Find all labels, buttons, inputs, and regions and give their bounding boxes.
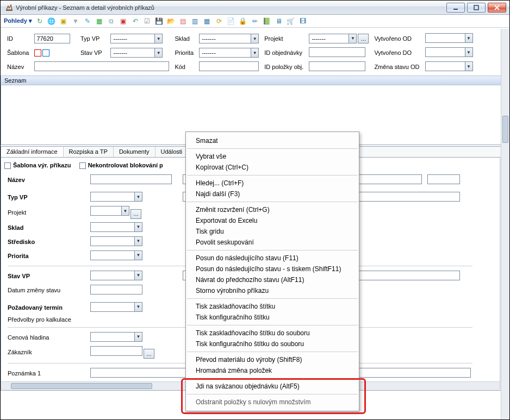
filter-panel: ID 77620 Typ VP -------▼ Sklad -------▼ … — [1, 28, 509, 74]
refresh-icon[interactable]: ↻ — [35, 17, 44, 26]
context-menu-item[interactable]: Povolit seskupování — [186, 237, 359, 248]
stavvp-combo[interactable]: -------▼ — [110, 48, 163, 58]
reload-icon[interactable]: ⟳ — [215, 17, 223, 26]
context-menu-separator — [187, 378, 358, 379]
sablona-red-box[interactable] — [34, 49, 41, 57]
nazev-field[interactable] — [90, 174, 172, 184]
grid2-icon[interactable]: ▥ — [191, 17, 200, 26]
context-menu-item[interactable]: Tisk zaskladňovacího štítku — [186, 301, 359, 312]
note-icon[interactable]: 📄 — [227, 17, 235, 26]
grid1-icon[interactable]: ▤ — [179, 17, 188, 26]
context-menu-item[interactable]: Posun do následujícího stavu - s tiskem … — [186, 264, 359, 274]
vytvoreno-do-combo[interactable]: ▼ — [425, 47, 473, 57]
context-menu-separator — [187, 352, 358, 352]
tab-dokumenty[interactable]: Dokumenty — [114, 147, 156, 157]
priorita-detail-combo[interactable]: ▼ — [90, 250, 142, 260]
copy-icon[interactable]: ⧉ — [107, 17, 116, 26]
context-menu-item[interactable]: Exportovat do Excelu — [186, 215, 359, 226]
idobj-field[interactable] — [309, 47, 365, 57]
context-menu-item[interactable]: Storno výrobního příkazu — [186, 285, 359, 296]
context-menu-separator — [187, 175, 358, 175]
pozadovany-termin-combo[interactable]: ▼ — [90, 302, 142, 312]
sklad-detail-combo[interactable]: ▼ — [90, 222, 142, 232]
typvp-detail-combo[interactable]: ▼ — [90, 192, 142, 202]
kod-field[interactable] — [199, 61, 259, 71]
context-menu-item[interactable]: Posun do následujícího stavu (F11) — [186, 253, 359, 264]
funnel-yellow-icon[interactable]: ▣ — [59, 17, 68, 26]
lock-icon[interactable]: 🔒 — [239, 17, 247, 26]
chk-sablona[interactable] — [4, 162, 11, 169]
chk-nekontrolovat[interactable] — [79, 162, 86, 169]
minimize-button[interactable] — [446, 3, 465, 12]
edit-icon[interactable]: ✎ — [83, 17, 92, 26]
context-menu-item[interactable]: Tisk gridu — [186, 226, 359, 237]
idpolobj-label: ID položky obj. — [262, 60, 306, 73]
cenova-hladina-combo[interactable]: ▼ — [90, 332, 142, 342]
datum-zmeny-field[interactable] — [90, 285, 142, 294]
zmena-stavu-od-combo[interactable]: ▼ — [425, 61, 473, 71]
grid3-icon[interactable]: ▦ — [203, 17, 212, 26]
typvp-combo[interactable]: -------▼ — [110, 34, 163, 43]
projekt-detail-browse[interactable]: … — [130, 209, 141, 219]
context-menu-item[interactable]: Smazat — [186, 135, 359, 146]
right-small-1[interactable] — [427, 174, 460, 184]
priorita-combo[interactable]: -------▼ — [199, 48, 259, 58]
cart-icon[interactable]: 🛒 — [287, 17, 295, 26]
context-menu-separator — [187, 394, 358, 394]
projekt-detail-combo[interactable]: ▼ — [90, 206, 129, 216]
book-icon[interactable]: 📗 — [263, 17, 271, 26]
globe-icon[interactable]: 🌐 — [47, 17, 56, 26]
pozadovany-termin-label: Požadovaný termín — [5, 301, 87, 314]
views-menu[interactable]: Pohledy ▾ — [4, 17, 32, 24]
tab-zakladni-informace[interactable]: Základní informace — [1, 147, 64, 157]
pencil2-icon[interactable]: ✏ — [251, 17, 259, 26]
context-menu-item[interactable]: Najdi další (F3) — [186, 189, 359, 199]
context-menu-item[interactable]: Převod materiálu do výroby (ShiftF8) — [186, 354, 359, 365]
context-menu-item[interactable]: Změnit rozvržení (Ctrl+G) — [186, 204, 359, 215]
nazev-filter-field[interactable] — [34, 61, 169, 71]
funnel-grey-icon[interactable]: ▼ — [71, 17, 80, 26]
monitor-icon[interactable]: 🖥 — [275, 17, 283, 26]
projekt-label: Projekt — [262, 32, 306, 45]
close-button[interactable] — [488, 3, 506, 12]
context-menu-item[interactable]: Tisk zaskladňovacího štítku do souboru — [186, 328, 359, 338]
context-menu-item[interactable]: Tisk konfiguračního štítku do souboru — [186, 338, 359, 349]
context-menu-item[interactable]: Kopírovat (Ctrl+C) — [186, 162, 359, 173]
context-menu-separator — [187, 298, 358, 299]
chk-nekontrolovat-label: Nekontrolovat blokování p — [88, 162, 163, 168]
context-menu-item[interactable]: Hledej... (Ctrl+F) — [186, 178, 359, 189]
check-icon[interactable]: ☑ — [143, 17, 152, 26]
context-menu-item[interactable]: Jdi na svázanou objednávku (AltF5) — [186, 381, 359, 392]
idpolobj-field[interactable] — [309, 61, 365, 71]
context-menu-item[interactable]: Návrat do předchozího stavu (AltF11) — [186, 274, 359, 285]
projekt-browse-button[interactable]: … — [358, 34, 369, 43]
projekt-detail-label: Projekt — [5, 205, 87, 220]
open-icon[interactable]: 📂 — [167, 17, 176, 26]
film-icon[interactable]: 🎞 — [298, 17, 307, 26]
maximize-button[interactable] — [467, 3, 486, 12]
context-menu-separator — [187, 325, 358, 325]
zakaznik-field[interactable] — [90, 346, 142, 356]
tab-rozpiska[interactable]: Rozpiska a TP — [64, 147, 114, 157]
vytvoreno-od-label: Vytvořeno OD — [372, 32, 421, 45]
undo-icon[interactable]: ↶ — [131, 17, 140, 26]
delete-icon[interactable]: ▣ — [119, 17, 128, 26]
stredisko-combo[interactable]: ▼ — [90, 236, 142, 246]
zakaznik-browse[interactable]: … — [144, 349, 154, 359]
id-field[interactable]: 77620 — [34, 34, 70, 43]
context-menu-item[interactable]: Vybrat vše — [186, 151, 359, 162]
context-menu-item[interactable]: Tisk konfiguračního štítku — [186, 312, 359, 323]
projekt-combo[interactable]: -------▼ — [309, 34, 357, 43]
zakaznik-label: Zákazník — [5, 345, 87, 360]
outer-vscroll[interactable] — [501, 29, 509, 419]
save-icon[interactable]: 💾 — [155, 17, 164, 26]
sklad-combo[interactable]: -------▼ — [199, 34, 259, 43]
context-menu-item[interactable]: Hromadná změna položek — [186, 365, 359, 376]
tab-udalosti[interactable]: Události — [156, 147, 188, 157]
typvp-detail-label: Typ VP — [5, 191, 87, 204]
vytvoreno-od-combo[interactable]: ▼ — [425, 33, 473, 43]
context-menu-item[interactable]: Odstranit položky s nulovým množstvím — [186, 397, 359, 408]
sablona-blue-box[interactable] — [42, 49, 49, 57]
stavvp-detail-combo[interactable]: ▼ — [90, 271, 142, 280]
new-icon[interactable]: ▦ — [95, 17, 104, 26]
